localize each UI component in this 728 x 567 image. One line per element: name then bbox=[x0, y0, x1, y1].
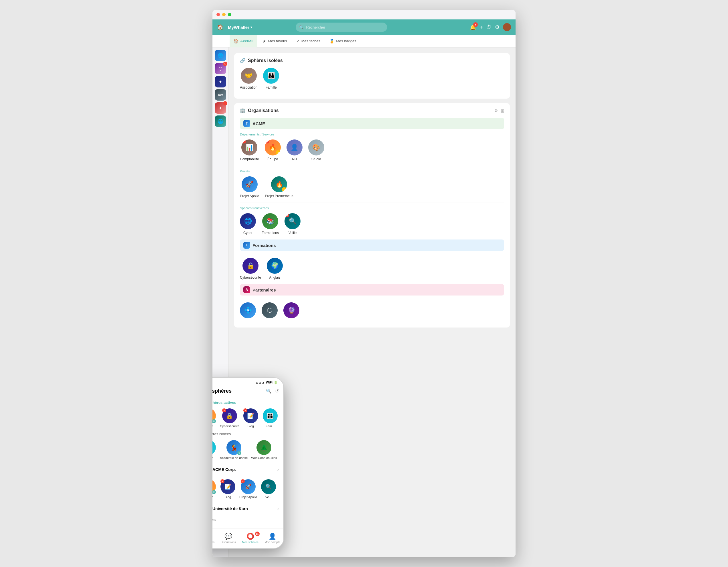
filter-icon[interactable]: ⚙ bbox=[494, 108, 498, 113]
mobile-sphere-label-famille: Famille bbox=[212, 456, 214, 459]
mobile-sphere-fam[interactable]: 👪 Fam... bbox=[262, 408, 278, 428]
sidebar-item-3[interactable]: ✦ bbox=[215, 76, 226, 88]
mobile-sphere-weekend[interactable]: 🌲 Week-end cousins bbox=[251, 440, 277, 459]
sphere-veille[interactable]: 🔍 3 Veille bbox=[285, 213, 301, 235]
projets-row: 🚀 Projet Apollo 🔥 ⚙ Projet Prometheus bbox=[240, 176, 504, 198]
mobile-refresh-icon[interactable]: ↺ bbox=[275, 388, 279, 394]
sphere-prometheus[interactable]: 🔥 ⚙ Projet Prometheus bbox=[265, 176, 293, 198]
sphere-circle-partner2: ⬡ bbox=[262, 302, 278, 318]
sidebar-item-6[interactable]: 🌐 bbox=[215, 116, 226, 127]
brand-name[interactable]: MyWhaller ▾ bbox=[228, 25, 252, 30]
mobile-nav-mes-spheres[interactable]: ⭕ 21 Mes sphères bbox=[242, 533, 258, 544]
mobile-isolated-spheres-row: 👪 6 Famille 💃 ⚙ Académie de danse 🌲 bbox=[212, 438, 283, 462]
tab-badges[interactable]: 🏅 Mes badges bbox=[325, 35, 360, 47]
mobile-sphere-label-weekend: Week-end cousins bbox=[251, 456, 277, 459]
sphere-label-equipe: Équipe bbox=[267, 157, 278, 161]
mobile-acme-ve-circle: 🔍 bbox=[261, 479, 276, 494]
sphere-anglais[interactable]: 🌍 Anglais bbox=[267, 258, 283, 280]
org-icon: 🏢 bbox=[240, 108, 246, 113]
acme-org-header[interactable]: T ACME bbox=[240, 118, 504, 129]
minimize-dot[interactable] bbox=[222, 13, 226, 16]
sphere-equipe[interactable]: 🔥 3 ⚙ Équipe bbox=[265, 140, 281, 161]
mobile-sphere-famille[interactable]: 👪 6 Famille bbox=[212, 440, 216, 459]
sphere-apollo[interactable]: 🚀 Projet Apollo bbox=[240, 176, 259, 198]
mobile-acme-org-row[interactable]: T ACME Corp. › bbox=[212, 462, 283, 477]
partenaires-spheres-row: 💠 ⬡ 🔮 bbox=[240, 299, 504, 318]
sphere-cyber[interactable]: 🌐 Cyber bbox=[240, 213, 256, 235]
mobile-acme-name: ACME Corp. bbox=[212, 467, 236, 472]
sphere-label-prometheus: Projet Prometheus bbox=[265, 194, 293, 198]
tab-accueil[interactable]: 🏠 Accueil bbox=[230, 35, 257, 47]
notifications-bell[interactable]: 🔔 5 bbox=[470, 24, 476, 30]
mobile-acme-blog-label: Blog bbox=[225, 495, 231, 499]
sphere-association[interactable]: 🤝 Association bbox=[240, 68, 257, 90]
tab-taches[interactable]: ✓ Mes tâches bbox=[292, 35, 324, 47]
mobile-sphere-circle-cybersec: 🔒 2 bbox=[222, 408, 237, 423]
mobile-acme-apollo[interactable]: 🚀 3 Projet Apollo bbox=[239, 479, 257, 499]
mobile-nav-notifications[interactable]: 🔔 Notifications bbox=[212, 533, 214, 544]
mobile-univ-org-left: U Université de Karn bbox=[212, 504, 248, 513]
mobile-acme-ve[interactable]: 🔍 Ve... bbox=[260, 479, 277, 499]
mobile-header: Mes sphères 🔍 ↺ bbox=[212, 386, 283, 397]
mobile-acme-blog[interactable]: 📝 1 Blog bbox=[220, 479, 236, 499]
battery-icon: 🔋 bbox=[274, 381, 278, 384]
sidebar-item-aw[interactable]: AW bbox=[215, 89, 226, 101]
maximize-dot[interactable] bbox=[228, 13, 231, 16]
close-dot[interactable] bbox=[216, 13, 220, 16]
header-actions: 🔔 5 + ⏱ ⚙ bbox=[470, 23, 511, 31]
mobile-sphere-circle-academie: 💃 ⚙ bbox=[226, 440, 241, 455]
mobile-acme-equipe[interactable]: 🔥 7 ⚙ Équipe bbox=[212, 479, 216, 499]
mobile-acme-equipe-circle: 🔥 7 ⚙ bbox=[212, 479, 216, 494]
title-bar bbox=[212, 10, 516, 19]
tab-favoris[interactable]: ★ Mes favoris bbox=[258, 35, 291, 47]
departements-row: 📊 1 Comptabilité 🔥 3 ⚙ Équipe bbox=[240, 140, 504, 161]
projets-label: Projets bbox=[240, 170, 504, 173]
sphere-comptabilite[interactable]: 📊 1 Comptabilité bbox=[240, 140, 259, 161]
mobile-signals: ▲▲▲ WiFi 🔋 bbox=[255, 381, 278, 384]
sphere-label-cybersec2: Cybersécurité bbox=[240, 276, 261, 280]
comptab-badge: 1 bbox=[242, 140, 246, 144]
mobile-sphere-label-academie: Académie de danse bbox=[220, 456, 248, 459]
mobile-acme-blog-badge: 1 bbox=[220, 479, 224, 483]
mobile-sphere-equipe[interactable]: 🔥 7 ⚙ Équipe bbox=[212, 408, 216, 428]
sphere-partner1[interactable]: 💠 bbox=[240, 302, 256, 318]
sphere-formations[interactable]: 📚 Formations bbox=[262, 213, 279, 235]
sphere-famille[interactable]: 👪 Famille bbox=[263, 68, 279, 90]
sphere-partner2[interactable]: ⬡ bbox=[262, 302, 278, 318]
formations-org-header[interactable]: T Formations bbox=[240, 240, 504, 251]
settings-icon[interactable]: ⚙ bbox=[495, 24, 500, 30]
sidebar-item-2[interactable]: ⬡ 1 bbox=[215, 63, 226, 74]
mobile-univ-org-row[interactable]: U Université de Karn › bbox=[212, 501, 283, 516]
search-bar[interactable]: 🔍 Rechercher bbox=[296, 23, 387, 32]
clock-icon[interactable]: ⏱ bbox=[486, 24, 492, 30]
sphere-studio[interactable]: 🎨 Studio bbox=[308, 140, 324, 161]
sphere-circle-equipe: 🔥 3 ⚙ bbox=[265, 140, 281, 156]
prometheus-sub-badge: ⚙ bbox=[282, 187, 287, 192]
avatar[interactable] bbox=[503, 23, 511, 31]
mobile-sphere-blog[interactable]: 📝 1 Blog bbox=[243, 408, 259, 428]
sphere-label-apollo: Projet Apollo bbox=[240, 194, 259, 198]
mobile-sphere-academie[interactable]: 💃 ⚙ Académie de danse bbox=[220, 440, 248, 459]
mobile-search-icon[interactable]: 🔍 bbox=[266, 388, 272, 394]
sidebar-item-5[interactable]: ✦ 1 bbox=[215, 102, 226, 114]
mobile-sphere-cybersec[interactable]: 🔒 2 Cybersécurité bbox=[220, 408, 239, 428]
sphere-label-veille: Veille bbox=[289, 231, 297, 235]
sphere-partner3[interactable]: 🔮 bbox=[283, 302, 299, 318]
equipe-sub-badge: ⚙ bbox=[276, 150, 280, 155]
sphere-rh[interactable]: 👤 RH bbox=[287, 140, 303, 161]
mobile-nav-mon-compte[interactable]: 👤 Mon compte bbox=[264, 533, 280, 544]
sidebar-item-1[interactable]: 🌐 bbox=[215, 50, 226, 61]
add-icon[interactable]: + bbox=[480, 24, 483, 31]
mobile-univ-spheres-row: 🔒 2 Cybersécurité 💻 1 Technologie bbox=[212, 522, 283, 522]
sphere-circle-rh: 👤 bbox=[287, 140, 303, 156]
sphere-label-studio: Studio bbox=[311, 157, 321, 161]
home-icon: 🏠 bbox=[217, 24, 223, 30]
partenaires-org-header[interactable]: A Partenaires bbox=[240, 284, 504, 295]
grid-icon[interactable]: ▦ bbox=[500, 108, 504, 113]
mobile-acme-ve-label: Ve... bbox=[265, 495, 272, 499]
mobile-nav-discussions[interactable]: 💬 Discussions bbox=[221, 533, 236, 544]
sphere-cybersec2[interactable]: 🔒 Cybersécurité bbox=[240, 258, 261, 280]
mes-spheres-nav-icon: ⭕ bbox=[246, 533, 254, 540]
mobile-acme-spheres-row: 🔥 7 ⚙ Équipe 📝 1 Blog 🚀 3 bbox=[212, 477, 283, 501]
sphere-label-famille: Famille bbox=[266, 86, 277, 90]
